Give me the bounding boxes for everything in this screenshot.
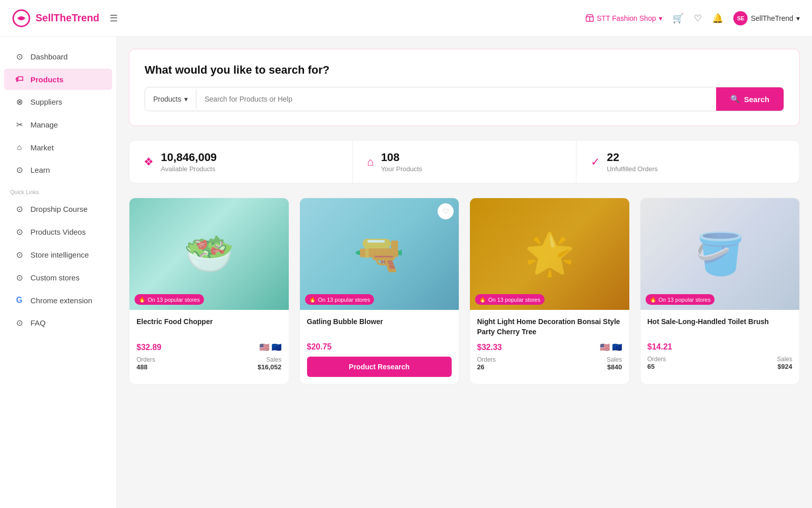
product-name-night-light: Night Light Home Decoration Bonsai Style… [477, 317, 622, 337]
sidebar-item-products[interactable]: 🏷 Products [4, 69, 112, 90]
sidebar-item-store-intelligence[interactable]: ⊙ Store intelligence [4, 244, 112, 266]
stats-row: ❖ 10,846,009 Available Products ⌂ 108 Yo… [129, 140, 800, 183]
products-grid: 🥗 🔥 On 13 popular stores Electric Food C… [129, 198, 800, 385]
your-products-icon: ⌂ [367, 155, 374, 169]
badge-flame-icon-4: 🔥 [650, 296, 657, 303]
search-btn-icon: 🔍 [730, 94, 740, 104]
product-image-night-light: 🌟 🔥 On 13 popular stores [470, 198, 629, 310]
market-icon: ⌂ [14, 143, 24, 152]
logo[interactable]: SellTheTrend [12, 9, 99, 27]
product-badge-toilet-brush: 🔥 On 13 popular stores [646, 294, 715, 305]
learn-icon: ⊙ [14, 165, 24, 175]
product-meta-toilet-brush: Orders 65 Sales $924 [648, 356, 793, 370]
product-card-gatling-bubble-blower[interactable]: 🔫 🔥 On 13 popular stores ♡ Gatling Bubbl… [299, 198, 460, 385]
product-price-food-chopper: $32.89 [137, 343, 161, 352]
sidebar-label-suppliers: Suppliers [30, 98, 62, 106]
search-btn-label: Search [744, 95, 769, 104]
product-badge-bubble-blower: 🔥 On 13 popular stores [305, 294, 375, 305]
orders-label-toilet-brush: Orders [648, 356, 666, 363]
product-image-toilet-brush: 🪣 🔥 On 13 popular stores [640, 198, 800, 310]
top-navigation: SellTheTrend ☰ STT Fashion Shop ▾ 🛒 ♡ 🔔 … [0, 0, 812, 37]
sidebar-item-market[interactable]: ⌂ Market [4, 137, 112, 158]
product-flags-night-light: 🇺🇸 🇪🇺 [600, 342, 622, 352]
product-info-bubble-blower: Gatling Bubble Blower $20.75 Product Res… [300, 310, 459, 384]
cart-icon[interactable]: 🛒 [672, 13, 684, 24]
sales-val-night-light: $840 [606, 363, 622, 371]
store-intelligence-icon: ⊙ [14, 250, 24, 260]
product-wishlist-bubble-blower[interactable]: ♡ [437, 203, 454, 219]
search-input[interactable] [196, 89, 716, 109]
product-info-toilet-brush: Hot Sale-Long-Handled Toilet Brush $14.2… [640, 310, 800, 377]
flag-us-icon: 🇺🇸 [259, 342, 269, 352]
product-image-bubble-blower: 🔫 🔥 On 13 popular stores ♡ [300, 198, 459, 310]
logo-icon [12, 9, 30, 27]
chrome-extension-icon: G [14, 296, 24, 305]
faq-icon: ⊙ [14, 318, 24, 328]
flag-eu-icon-2: 🇪🇺 [612, 342, 622, 352]
sidebar-label-dashboard: Dashboard [30, 52, 67, 61]
wishlist-icon[interactable]: ♡ [694, 13, 702, 24]
search-type-button[interactable]: Products ▾ [145, 89, 196, 109]
main-content: What would you like to search for? Produ… [117, 37, 812, 508]
product-name-food-chopper: Electric Food Chopper [137, 317, 282, 337]
product-info-night-light: Night Light Home Decoration Bonsai Style… [470, 310, 629, 378]
product-badge-night-light: 🔥 On 13 popular stores [475, 294, 545, 305]
product-info-food-chopper: Electric Food Chopper $32.89 🇺🇸 🇪🇺 Order… [129, 310, 289, 378]
store-name: STT Fashion Shop [597, 14, 656, 22]
product-price-bubble-blower: $20.75 [307, 342, 452, 352]
stat-available-products: ❖ 10,846,009 Available Products [129, 141, 353, 183]
unfulfilled-orders-label: Unfulfilled Orders [607, 165, 658, 173]
badge-flame-icon-2: 🔥 [309, 296, 316, 303]
sales-val-food-chopper: $16,052 [258, 363, 282, 371]
sidebar-item-manage[interactable]: ✂ Manage [4, 114, 112, 136]
logo-text: SellTheTrend [36, 12, 99, 24]
available-products-label: Available Products [161, 165, 217, 173]
sidebar-label-market: Market [30, 143, 54, 152]
orders-val-food-chopper: 488 [137, 363, 155, 371]
sidebar-item-learn[interactable]: ⊙ Learn [4, 159, 112, 181]
orders-label-night-light: Orders [477, 356, 496, 363]
product-name-toilet-brush: Hot Sale-Long-Handled Toilet Brush [648, 317, 793, 337]
notification-icon[interactable]: 🔔 [712, 13, 723, 24]
products-icon: 🏷 [14, 75, 24, 84]
custom-stores-icon: ⊙ [14, 273, 24, 282]
topnav-right: STT Fashion Shop ▾ 🛒 ♡ 🔔 SE SellTheTrend… [586, 11, 800, 25]
flag-us-icon-2: 🇺🇸 [600, 342, 610, 352]
sidebar-item-custom-stores[interactable]: ⊙ Custom stores [4, 267, 112, 289]
available-products-number: 10,846,009 [161, 151, 217, 164]
product-card-toilet-brush[interactable]: 🪣 🔥 On 13 popular stores Hot Sale-Long-H… [640, 198, 800, 385]
sidebar-label-learn: Learn [30, 166, 50, 174]
sidebar-label-dropship-course: Dropship Course [30, 205, 88, 213]
sidebar-item-chrome-extension[interactable]: G Chrome extension [4, 290, 112, 311]
hamburger-menu[interactable]: ☰ [110, 13, 118, 24]
product-price-night-light: $32.33 [477, 343, 502, 352]
sidebar-item-products-videos[interactable]: ⊙ Products Videos [4, 221, 112, 243]
sales-label-toilet-brush: Sales [777, 356, 792, 363]
sidebar-item-dropship-course[interactable]: ⊙ Dropship Course [4, 198, 112, 220]
user-menu[interactable]: SE SellTheTrend ▾ [733, 11, 800, 25]
search-button[interactable]: 🔍 Search [716, 87, 784, 111]
store-selector[interactable]: STT Fashion Shop ▾ [586, 14, 662, 22]
dropship-course-icon: ⊙ [14, 204, 24, 214]
sidebar-label-faq: FAQ [30, 319, 46, 327]
store-icon [586, 14, 594, 22]
product-card-electric-food-chopper[interactable]: 🥗 🔥 On 13 popular stores Electric Food C… [129, 198, 289, 385]
sidebar-item-dashboard[interactable]: ⊙ Dashboard [4, 46, 112, 68]
sidebar: ⊙ Dashboard 🏷 Products ⊗ Suppliers ✂ Man… [0, 37, 117, 508]
product-research-button[interactable]: Product Research [307, 357, 452, 377]
product-meta-food-chopper: Orders 488 Sales $16,052 [137, 356, 282, 371]
product-flags-food-chopper: 🇺🇸 🇪🇺 [259, 342, 282, 352]
unfulfilled-orders-icon: ✓ [591, 155, 600, 169]
quick-links-label: Quick Links [0, 182, 116, 197]
your-products-number: 108 [381, 151, 422, 164]
flag-eu-icon: 🇪🇺 [272, 342, 282, 352]
products-videos-icon: ⊙ [14, 227, 24, 237]
sidebar-label-products: Products [30, 75, 63, 84]
sidebar-item-faq[interactable]: ⊙ FAQ [4, 312, 112, 334]
badge-flame-icon-3: 🔥 [479, 296, 486, 303]
unfulfilled-orders-number: 22 [607, 151, 658, 164]
sidebar-item-suppliers[interactable]: ⊗ Suppliers [4, 91, 112, 113]
product-price-toilet-brush: $14.21 [648, 342, 793, 352]
product-card-night-light[interactable]: 🌟 🔥 On 13 popular stores Night Light Hom… [469, 198, 630, 385]
sales-label-night-light: Sales [606, 356, 622, 363]
